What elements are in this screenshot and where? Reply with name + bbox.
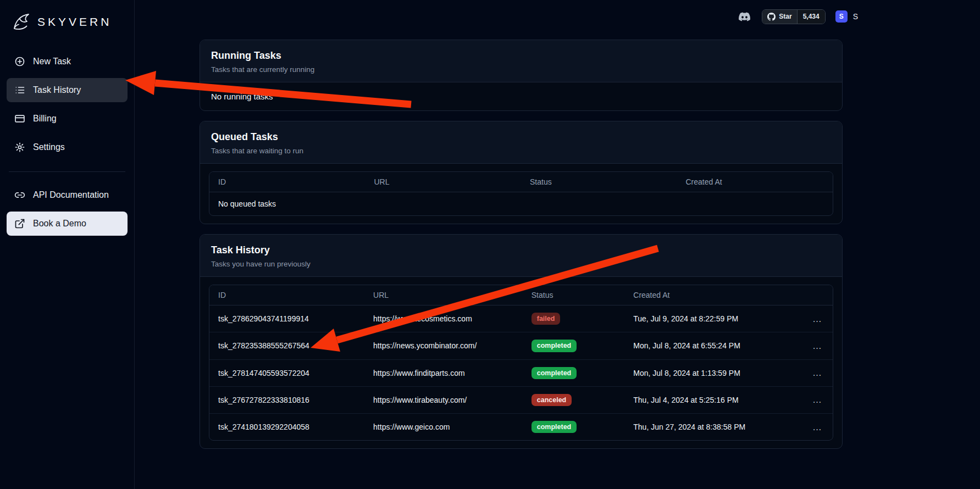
sidebar-item-label: New Task (33, 57, 71, 66)
table-header-row: ID URL Status Created At (209, 285, 833, 305)
task-url-cell: https://www.tecosmetics.com (364, 305, 523, 332)
brand: SKYVERN (7, 8, 128, 33)
column-header-created-at: Created At (677, 172, 833, 192)
task-actions-cell: … (801, 332, 833, 359)
task-id-cell: tsk_274180139292204058 (209, 414, 364, 441)
sidebar-divider (9, 171, 125, 172)
user-avatar[interactable]: S (835, 10, 848, 23)
queued-tasks-header: Queued Tasks Tasks that are waiting to r… (200, 121, 842, 164)
link-icon (14, 190, 25, 201)
column-header-url: URL (366, 172, 522, 192)
sidebar-item-task-history[interactable]: Task History (7, 78, 128, 102)
column-header-id: ID (209, 285, 364, 305)
task-status-cell: completed (523, 414, 625, 441)
github-star-label: Star (779, 13, 791, 20)
queued-tasks-body: ID URL Status Created At No queued tasks (200, 164, 842, 224)
table-row[interactable]: tsk_274180139292204058 https://www.geico… (209, 414, 833, 441)
card-subtitle: Tasks that are currently running (211, 65, 831, 74)
task-url-cell: https://www.geico.com (364, 414, 523, 441)
status-badge: canceled (531, 394, 572, 406)
task-status-cell: canceled (523, 386, 625, 413)
sidebar-item-api-documentation[interactable]: API Documentation (7, 183, 128, 207)
running-tasks-header: Running Tasks Tasks that are currently r… (200, 40, 842, 82)
task-created-cell: Thu, Jun 27, 2024 at 8:38:58 PM (624, 414, 801, 441)
card-subtitle: Tasks you have run previously (211, 260, 831, 268)
card-title: Running Tasks (211, 50, 831, 62)
task-status-cell: completed (523, 332, 625, 359)
task-actions-cell: … (801, 359, 833, 386)
column-header-actions (801, 285, 833, 305)
task-history-table: ID URL Status Created At tsk_27862904374… (209, 285, 833, 441)
task-id-cell: tsk_278629043741199914 (209, 305, 364, 332)
task-url-cell: https://www.tirabeauty.com/ (364, 386, 523, 413)
sidebar: SKYVERN New Task Task History Billing (0, 0, 135, 489)
user-name-label: S (853, 12, 858, 21)
table-row[interactable]: tsk_276727822333810816 https://www.tirab… (209, 386, 833, 413)
brand-name: SKYVERN (37, 15, 112, 29)
queued-tasks-table: ID URL Status Created At No queued tasks (209, 171, 833, 216)
running-tasks-card: Running Tasks Tasks that are currently r… (200, 40, 843, 111)
sidebar-item-label: Settings (33, 142, 65, 152)
column-header-id: ID (209, 172, 366, 192)
plus-circle-icon (14, 56, 25, 67)
table-row[interactable]: tsk_278147405593572204 https://www.findi… (209, 359, 833, 386)
column-header-url: URL (364, 285, 523, 305)
queued-tasks-empty-text: No queued tasks (209, 192, 833, 216)
status-badge: completed (531, 340, 577, 352)
sidebar-item-billing[interactable]: Billing (7, 107, 128, 131)
task-id-cell: tsk_276727822333810816 (209, 386, 364, 413)
card-title: Queued Tasks (211, 131, 831, 143)
task-actions-cell: … (801, 414, 833, 441)
table-header-row: ID URL Status Created At (209, 172, 833, 192)
status-badge: completed (531, 367, 577, 379)
task-status-cell: failed (523, 305, 625, 332)
task-created-cell: Tue, Jul 9, 2024 at 8:22:59 PM (624, 305, 801, 332)
task-actions-cell: … (801, 305, 833, 332)
empty-row: No queued tasks (209, 192, 833, 216)
task-created-cell: Mon, Jul 8, 2024 at 6:55:24 PM (624, 332, 801, 359)
task-created-cell: Mon, Jul 8, 2024 at 1:13:59 PM (624, 359, 801, 386)
column-header-status: Status (521, 172, 677, 192)
task-history-card: Task History Tasks you have run previous… (200, 234, 843, 449)
discord-icon[interactable] (737, 11, 752, 23)
github-star-button[interactable]: Star 5,434 (762, 9, 825, 24)
github-star-count[interactable]: 5,434 (797, 10, 825, 24)
sidebar-item-label: Book a Demo (33, 219, 86, 229)
sidebar-item-label: API Documentation (33, 190, 109, 200)
task-url-cell: https://news.ycombinator.com/ (364, 332, 523, 359)
task-url-cell: https://www.finditparts.com (364, 359, 523, 386)
task-created-cell: Thu, Jul 4, 2024 at 5:25:16 PM (624, 386, 801, 413)
sidebar-item-settings[interactable]: Settings (7, 135, 128, 159)
card-title: Task History (211, 244, 831, 256)
status-badge: failed (531, 313, 561, 325)
task-history-body: tsk_278629043741199914 https://www.tecos… (209, 305, 833, 441)
task-history-header: Task History Tasks you have run previous… (200, 235, 842, 277)
column-header-status: Status (523, 285, 625, 305)
task-id-cell: tsk_278147405593572204 (209, 359, 364, 386)
row-actions-button[interactable]: … (810, 395, 824, 404)
row-actions-button[interactable]: … (810, 341, 824, 351)
table-row[interactable]: tsk_278235388555267564 https://news.ycom… (209, 332, 833, 359)
sidebar-item-new-task[interactable]: New Task (7, 49, 128, 74)
status-badge: completed (531, 421, 577, 433)
sidebar-item-label: Billing (33, 114, 57, 124)
main-content: Running Tasks Tasks that are currently r… (200, 40, 843, 449)
external-link-icon (14, 218, 25, 229)
task-id-cell: tsk_278235388555267564 (209, 332, 364, 359)
github-star-segment[interactable]: Star (762, 10, 796, 24)
gear-icon (14, 142, 25, 153)
column-header-created-at: Created At (624, 285, 801, 305)
credit-card-icon (14, 113, 25, 124)
row-actions-button[interactable]: … (810, 314, 824, 324)
sidebar-item-book-a-demo[interactable]: Book a Demo (7, 212, 128, 236)
sidebar-item-label: Task History (33, 85, 81, 95)
queued-tasks-card: Queued Tasks Tasks that are waiting to r… (200, 121, 843, 224)
row-actions-button[interactable]: … (810, 423, 824, 432)
table-row[interactable]: tsk_278629043741199914 https://www.tecos… (209, 305, 833, 332)
running-tasks-empty-text: No running tasks (200, 82, 842, 110)
card-subtitle: Tasks that are waiting to run (211, 147, 831, 155)
github-icon (767, 13, 776, 21)
task-history-body-wrap: ID URL Status Created At tsk_27862904374… (200, 277, 842, 448)
row-actions-button[interactable]: … (810, 368, 824, 377)
task-status-cell: completed (523, 359, 625, 386)
